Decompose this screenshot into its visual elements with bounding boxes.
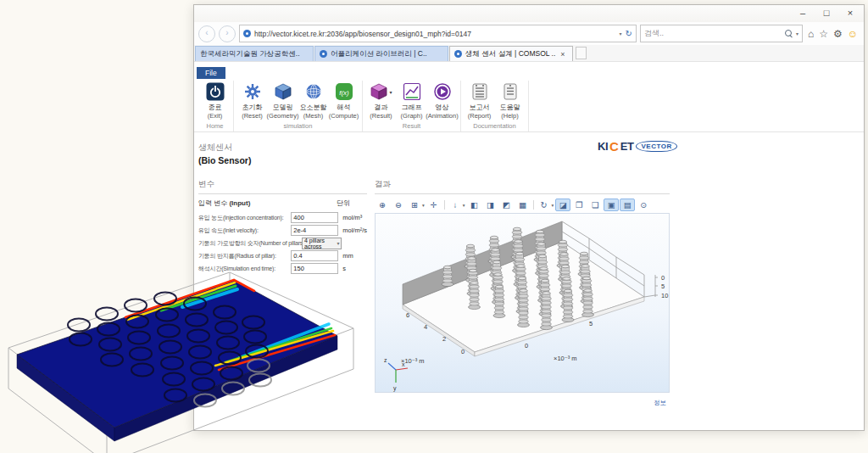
button-sublabel: (Exit) (208, 112, 223, 120)
logo-text: ET (620, 140, 634, 153)
zoom-box-button[interactable]: ⊞ (407, 199, 422, 211)
copy-image-button[interactable]: ❐ (571, 199, 587, 211)
svg-text:0: 0 (461, 348, 465, 355)
tab-kicet-portal[interactable]: 한국세라믹기술원 가상공학센.. (195, 46, 314, 61)
reset-button[interactable]: 초기화 (Reset) (238, 82, 266, 120)
tab-label: 생체 센서 설계 | COMSOL .. (465, 49, 555, 59)
search-icon[interactable] (785, 30, 793, 37)
graphics-toolbar: ⊕ ⊖ ⊞ ▾ ✛ ↓ ▾ ◧ ◨ ◩ ▦ (375, 199, 670, 211)
injection-concentration-field[interactable] (291, 212, 338, 223)
tab-biosensor-design[interactable]: 생체 센서 설계 | COMSOL .. × (449, 46, 573, 61)
help-button[interactable]: 도움말 (Help) (496, 82, 524, 120)
pillar-radius-field[interactable] (291, 250, 338, 261)
zoom-extents-button[interactable]: ✛ (426, 199, 442, 211)
report-button[interactable]: 보고서 (Report) (465, 82, 493, 120)
button-sublabel: (Compute) (329, 112, 359, 120)
scene-light-button[interactable]: ▦ (515, 199, 531, 211)
app-title-english: (Bio Sensor) (198, 155, 673, 165)
mesh-sphere-icon (304, 82, 323, 101)
compute-button[interactable]: f(x) 해석 (Compute) (330, 82, 358, 120)
svg-text:y: y (393, 385, 397, 392)
tab-application-library[interactable]: 어플리케이션 라이브러리 | C.. (314, 46, 448, 61)
chevron-down-icon[interactable]: ▾ (463, 203, 465, 208)
result-dropdown-icon[interactable]: ▾ (389, 89, 392, 95)
pillars-across-select[interactable]: 4 pillars across ▾ (302, 238, 342, 249)
mesh-button[interactable]: 요소분할 (Mesh) (299, 82, 327, 120)
show-grid-button[interactable]: ▣ (604, 199, 619, 211)
button-label: 요소분할 (300, 103, 327, 112)
result-cube-icon (370, 82, 388, 101)
rotate-button[interactable]: ↻ (537, 199, 552, 211)
window-close-button[interactable]: × (838, 5, 862, 20)
geometry-plot-canvas[interactable]: 6 4 2 0 0 5 0 5 10 ×10⁻³ m ×10⁻³ m (375, 213, 670, 393)
kicet-vector-logo: KICET VECTOR (598, 139, 677, 154)
search-box[interactable]: 검색.. ▾ (640, 25, 803, 42)
button-label: 모델링 (273, 103, 293, 112)
chevron-down-icon: ▾ (337, 240, 339, 246)
default-view-button[interactable]: ↓ (448, 199, 463, 211)
snapshot-button[interactable]: ⊙ (636, 199, 651, 211)
graph-button[interactable]: 그래프 (Graph) (398, 82, 426, 120)
help-icon (501, 82, 520, 101)
transparency-button[interactable]: ◪ (555, 199, 570, 211)
unit-label: mol/m³ (338, 214, 367, 221)
exit-button[interactable]: 종료 (Exit) (201, 82, 229, 120)
window-minimize-button[interactable]: – (791, 5, 815, 20)
logo-text: KI (598, 140, 608, 153)
inlet-velocity-field[interactable] (291, 225, 338, 236)
chevron-down-icon[interactable]: ▾ (552, 203, 554, 208)
group-caption: Home (201, 120, 229, 131)
zoom-out-button[interactable]: ⊖ (391, 199, 406, 211)
group-caption: simulation (238, 120, 358, 131)
plot-settings-button[interactable]: ▤ (620, 199, 635, 211)
site-favicon (243, 30, 251, 37)
svg-text:x: x (402, 361, 405, 367)
view-yz-button[interactable]: ◨ (483, 199, 498, 211)
unit-label: mol/m²/s (338, 226, 367, 234)
feedback-smiley-icon[interactable]: ☺ (848, 29, 858, 39)
form-row: 기둥의 가로방향의 숫자(Number of pillars across): … (198, 237, 367, 249)
field-label: 기둥의 반지름(Radius of pillar): (198, 252, 291, 260)
new-tab-button[interactable] (576, 47, 587, 59)
form-row: 유입 농도(Injection concentration): mol/m³ (198, 211, 367, 224)
info-link[interactable]: 정보 (375, 399, 670, 407)
unit-label: mm (338, 252, 367, 260)
result-button[interactable]: ▾ 결과 (Result) (367, 82, 395, 120)
search-placeholder[interactable]: 검색.. (644, 28, 782, 39)
selected-option: 4 pillars across (304, 238, 337, 249)
svg-text:10: 10 (661, 292, 668, 299)
view-zx-button[interactable]: ◩ (499, 199, 515, 211)
address-bar[interactable]: http://vector.kicet.re.kr:2036/app/biose… (239, 25, 637, 42)
forward-button[interactable]: › (219, 25, 236, 42)
address-dropdown-icon[interactable]: ▾ (620, 31, 622, 36)
logo-c-arc: C (609, 139, 619, 154)
button-sublabel: (Mesh) (303, 112, 323, 120)
fx-icon: f(x) (335, 82, 353, 101)
svg-text:f(x): f(x) (339, 89, 349, 97)
favorites-icon[interactable]: ☆ (819, 29, 828, 39)
svg-text:z: z (384, 357, 387, 363)
print-button[interactable]: ❏ (587, 199, 603, 211)
file-menu-button[interactable]: File (197, 67, 225, 79)
geometry-button[interactable]: 모델링 (Geometry) (269, 82, 297, 120)
url-text[interactable]: http://vector.kicet.re.kr:2036/app/biose… (254, 30, 616, 38)
settings-icon[interactable]: ⚙ (833, 29, 843, 39)
chevron-down-icon[interactable]: ▾ (422, 203, 425, 208)
tab-close-icon[interactable]: × (560, 50, 565, 59)
button-sublabel: (Result) (370, 112, 392, 120)
navigation-bar: ‹ › http://vector.kicet.re.kr:2036/app/b… (194, 22, 864, 45)
button-sublabel: (Report) (468, 112, 492, 120)
svg-text:0: 0 (525, 342, 528, 350)
search-dropdown-icon[interactable]: ▾ (796, 31, 798, 36)
divider (198, 193, 367, 194)
refresh-icon[interactable]: ↻ (626, 29, 632, 38)
ribbon-group-simulation: 초기화 (Reset) 모델링 (Geometry) (234, 81, 363, 131)
back-button[interactable]: ‹ (198, 25, 215, 42)
window-maximize-button[interactable]: □ (815, 5, 838, 20)
home-icon[interactable]: ⌂ (808, 29, 814, 39)
view-xy-button[interactable]: ◧ (467, 199, 482, 211)
zoom-in-button[interactable]: ⊕ (375, 199, 390, 211)
animation-button[interactable]: 영상 (Animation) (428, 82, 456, 120)
form-row: 유입 속도(Inlet velocity): mol/m²/s (198, 224, 367, 237)
graph-icon (403, 82, 421, 101)
